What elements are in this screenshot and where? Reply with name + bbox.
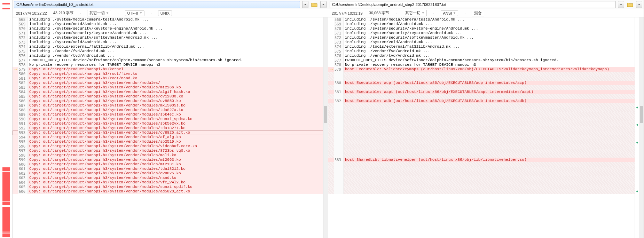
left-lineend-dropdown[interactable]: UNIX xyxy=(158,10,172,16)
code-line[interactable]: 596Copy: out/target/product/nanopi-h3/sy… xyxy=(13,144,328,149)
code-line[interactable]: 586Copy: out/target/product/nanopi-h3/sy… xyxy=(13,99,328,103)
code-line[interactable]: 592Copy: out/target/product/nanopi-h3/sy… xyxy=(13,126,328,130)
code-line[interactable]: 581host Executable: aapt (out/host/linux… xyxy=(328,90,644,94)
code-line[interactable]: 602Copy: out/target/product/nanopi-h3/sy… xyxy=(13,171,328,176)
code-line[interactable] xyxy=(328,94,644,99)
path-history-dropdown[interactable] xyxy=(302,1,308,8)
code-line[interactable]: 572including ./system/security/softkeyma… xyxy=(13,35,328,40)
diff-indicator[interactable] xyxy=(635,190,638,192)
right-path-input[interactable] xyxy=(330,1,616,8)
code-line[interactable]: 582host Executable: adb (out/host/linux-… xyxy=(328,99,644,103)
code-line[interactable]: 570including ./system/security/keystore-… xyxy=(328,26,644,31)
code-line[interactable] xyxy=(328,85,644,90)
code-line[interactable]: 591Copy: out/target/product/nanopi-h3/sy… xyxy=(13,121,328,126)
code-line[interactable]: 580host Executable: acp (out/host/linux-… xyxy=(328,81,644,85)
code-line[interactable]: 606Copy: out/target/product/nanopi-h3/sy… xyxy=(13,189,328,194)
code-line[interactable]: 578No private recovery resources for TAR… xyxy=(328,63,644,67)
diff-indicator[interactable] xyxy=(635,106,638,109)
code-line[interactable]: 598Copy: out/target/product/nanopi-h3/sy… xyxy=(13,153,328,158)
code-line[interactable] xyxy=(328,171,644,176)
code-line[interactable]: 583host SharedLib: libnativehelper (out/… xyxy=(328,158,644,162)
code-line[interactable]: 569including ./system/netd/Android.mk ..… xyxy=(328,22,644,26)
code-line[interactable] xyxy=(328,112,644,117)
code-line[interactable] xyxy=(328,135,644,140)
code-line[interactable]: 601Copy: out/target/product/nanopi-h3/sy… xyxy=(13,167,328,171)
right-content[interactable]: 568including ./system/media/camera/tests… xyxy=(328,17,644,238)
code-line[interactable]: 578No private recovery resources for TAR… xyxy=(13,63,328,67)
code-line[interactable]: 604Copy: out/target/product/nanopi-h3/sy… xyxy=(13,180,328,185)
code-line[interactable]: 583Copy: out/target/product/nanopi-h3/sy… xyxy=(13,85,328,90)
code-line[interactable]: 577PRODUCT_COPY_FILES device/softwinner/… xyxy=(328,58,644,63)
code-line[interactable] xyxy=(328,117,644,121)
code-line[interactable]: 600Copy: out/target/product/nanopi-h3/sy… xyxy=(13,162,328,167)
code-line[interactable] xyxy=(328,189,644,194)
code-line[interactable]: 594Copy: out/target/product/nanopi-h3/sy… xyxy=(13,135,328,140)
code-line[interactable]: 589Copy: out/target/product/nanopi-h3/sy… xyxy=(13,112,328,117)
code-line[interactable]: 575including ./vendor/fvd/Android.mk ... xyxy=(328,49,644,54)
code-line[interactable]: 582Copy: out/target/product/nanopi-h3/sy… xyxy=(13,81,328,85)
code-line[interactable]: 577PRODUCT_COPY_FILES device/softwinner/… xyxy=(13,58,328,63)
code-line[interactable] xyxy=(328,76,644,81)
code-line[interactable]: 574including ./tools/external/fat32lib/A… xyxy=(328,45,644,49)
code-line[interactable]: 585Copy: out/target/product/nanopi-h3/sy… xyxy=(13,94,328,99)
code-line[interactable]: 575including ./vendor/fvd/Android.mk ... xyxy=(13,49,328,54)
code-line[interactable]: 568including ./system/media/camera/tests… xyxy=(13,17,328,22)
code-line[interactable]: 603Copy: out/target/product/nanopi-h3/sy… xyxy=(13,176,328,180)
code-line[interactable] xyxy=(328,167,644,171)
code-line[interactable]: 573including ./system/vold/Android.mk ..… xyxy=(328,40,644,45)
left-scrollbar[interactable] xyxy=(323,17,328,238)
code-line[interactable] xyxy=(328,103,644,108)
code-line[interactable]: 593Copy: out/target/product/nanopi-h3/sy… xyxy=(13,130,328,135)
code-line[interactable]: 587Copy: out/target/product/nanopi-h3/sy… xyxy=(13,103,328,108)
code-line[interactable] xyxy=(328,176,644,180)
code-line[interactable]: ⇨579Copy: out/target/product/nanopi-h3/k… xyxy=(13,67,328,72)
code-line[interactable]: 570including ./system/security/keystore-… xyxy=(13,26,328,31)
code-line[interactable] xyxy=(328,144,644,149)
code-line[interactable]: 584Copy: out/target/product/nanopi-h3/sy… xyxy=(13,90,328,94)
folder-dropdown[interactable] xyxy=(636,1,642,8)
code-line[interactable]: 597Copy: out/target/product/nanopi-h3/sy… xyxy=(13,149,328,153)
code-line[interactable]: 595Copy: out/target/product/nanopi-h3/sy… xyxy=(13,140,328,144)
code-line[interactable] xyxy=(328,149,644,153)
code-line[interactable]: 573including ./system/vold/Android.mk ..… xyxy=(13,40,328,45)
right-scrollbar[interactable] xyxy=(639,17,644,238)
overview-gutter[interactable] xyxy=(0,0,13,238)
code-line[interactable]: 568including ./system/media/camera/tests… xyxy=(328,17,644,22)
code-line[interactable]: 576including ./vendor/tvd/Android.mk ... xyxy=(328,54,644,58)
code-line[interactable] xyxy=(328,72,644,76)
code-line[interactable]: 605Copy: out/target/product/nanopi-h3/sy… xyxy=(13,185,328,189)
left-content[interactable]: 568including ./system/media/camera/tests… xyxy=(13,17,328,238)
code-line[interactable] xyxy=(328,140,644,144)
left-encoding-dropdown[interactable]: UTF-8 xyxy=(125,10,144,16)
code-line[interactable] xyxy=(328,108,644,112)
code-line[interactable]: 581Copy: out/target/product/nanopi-h3/ro… xyxy=(13,76,328,81)
code-line[interactable]: 580Copy: out/target/product/nanopi-h3/ro… xyxy=(13,72,328,76)
diff-indicator[interactable] xyxy=(635,141,638,144)
right-lineend-dropdown[interactable]: 混合 xyxy=(472,10,484,16)
code-line[interactable] xyxy=(328,121,644,126)
code-line[interactable]: 576including ./vendor/tvd/Android.mk ... xyxy=(13,54,328,58)
code-line[interactable] xyxy=(328,180,644,185)
code-line[interactable] xyxy=(328,130,644,135)
diff-indicator[interactable] xyxy=(635,123,638,126)
open-folder-button[interactable] xyxy=(626,1,634,8)
folder-dropdown[interactable] xyxy=(320,1,327,8)
code-line[interactable]: 571including ./system/security/keystore/… xyxy=(13,31,328,35)
left-filter-dropdown[interactable]: 其它一切 xyxy=(87,10,111,16)
right-filter-dropdown[interactable]: 其它一切 xyxy=(403,10,427,16)
code-line[interactable]: 599Copy: out/target/product/nanopi-h3/sy… xyxy=(13,158,328,162)
code-line[interactable]: 571including ./system/security/keystore/… xyxy=(328,31,644,35)
code-line[interactable] xyxy=(328,185,644,189)
path-history-dropdown[interactable] xyxy=(618,1,624,8)
code-line[interactable] xyxy=(328,162,644,167)
code-line[interactable] xyxy=(328,126,644,130)
code-line[interactable] xyxy=(328,153,644,158)
code-line[interactable]: 588Copy: out/target/product/nanopi-h3/sy… xyxy=(13,108,328,112)
right-encoding-dropdown[interactable]: ANSI xyxy=(441,10,458,16)
left-path-input[interactable] xyxy=(14,1,300,8)
code-line[interactable]: 569including ./system/netd/Android.mk ..… xyxy=(13,22,328,26)
open-folder-button[interactable] xyxy=(311,1,318,8)
code-line[interactable]: 574including ./tools/external/fat32lib/A… xyxy=(13,45,328,49)
code-line[interactable]: ⇨579host Executable: validatekeymaps (ou… xyxy=(328,67,644,72)
code-line[interactable]: 590Copy: out/target/product/nanopi-h3/sy… xyxy=(13,117,328,121)
